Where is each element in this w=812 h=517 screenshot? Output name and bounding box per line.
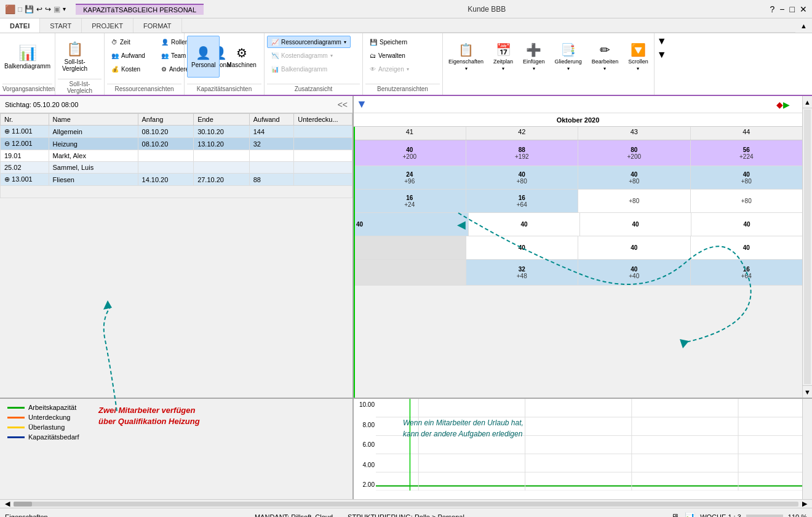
gantt-row-4: 40 ◀ 40 40 40 <box>354 213 802 236</box>
gantt-cell <box>354 236 466 259</box>
col-ende: Ende <box>194 114 250 126</box>
tab-start[interactable]: START <box>40 18 82 33</box>
app-icon-1: 🟫 <box>5 4 15 14</box>
filter1-icon[interactable]: ▼ <box>657 36 667 47</box>
tab-format[interactable]: FORMAT <box>133 18 182 33</box>
zeit-button[interactable]: ⏱ Zeit <box>107 36 149 48</box>
zeit-icon: ⏱ <box>111 39 117 46</box>
y-label: 8.00 <box>363 422 375 428</box>
y-label: 6.00 <box>363 441 375 448</box>
chart-scrollbar[interactable] <box>802 399 812 499</box>
verwalten-button[interactable]: 🗂 Verwalten <box>365 49 413 62</box>
cell-aufwand: 144 <box>249 126 293 138</box>
personal2-button[interactable]: 👤 Personal <box>187 36 220 78</box>
balkendiagramm-label: Balkendiagramm <box>4 63 50 70</box>
kostendiagramm-button[interactable]: 📉 Kostendiagramm ▾ <box>267 49 351 62</box>
woche-label: WOCHE 1 : 3 <box>700 513 741 518</box>
help-icon[interactable]: ? <box>770 4 775 14</box>
balkendiagramm-icon: 📊 <box>18 44 37 62</box>
horizontal-scrollbar[interactable]: ◀ ▶ <box>0 499 812 508</box>
app-icon-2: □ <box>18 5 22 14</box>
scroll-up-button[interactable]: ▲ <box>803 96 812 108</box>
einfuegen-button[interactable]: ➕ Einfügen ▾ <box>519 36 549 78</box>
left-panel: Stichtag: 05.10.20 08:00 << Nr. Name Anf… <box>0 96 354 398</box>
mandant-label: MANDANT: Rillsoft_Cloud <box>255 513 333 518</box>
gantt-cell: 40 <box>580 213 691 236</box>
app-icon-save[interactable]: 💾 <box>25 5 34 14</box>
window-controls[interactable]: ? − □ ✕ <box>770 4 807 14</box>
einfuegen-icon: ➕ <box>526 42 541 57</box>
minimize-button[interactable]: − <box>779 4 784 14</box>
tab-projekt[interactable]: PROJEKT <box>82 18 133 33</box>
maximize-button[interactable]: □ <box>790 4 795 14</box>
redo-icon[interactable]: ↪ <box>45 5 51 14</box>
bearbeiten-icon: ✏ <box>600 42 610 57</box>
ressourcendiagramm-button[interactable]: 📈 Ressourcendiagramm ▾ <box>267 36 351 48</box>
gantt-cell: 24 +96 <box>354 166 466 189</box>
maschinen-button[interactable]: ⚙ Maschinen <box>222 36 260 78</box>
gantt-cell: 16 +64 <box>691 260 803 285</box>
scroll-left-button[interactable]: ◀ <box>2 500 12 508</box>
table-row <box>1 186 352 198</box>
gliederung-button[interactable]: 📑 Gliederung ▾ <box>551 36 586 78</box>
zoom-label: 110 % <box>788 513 807 518</box>
anzeigen-button[interactable]: 👁 Anzeigen ▾ <box>365 63 413 75</box>
zusatzansicht-label: Zusatzansicht <box>267 84 360 92</box>
ribbon-section-kapazitaet: 👤 Personal ⚙ Maschinen Kapazitätsansicht… <box>185 33 265 95</box>
nav-triangle[interactable]: ▼ <box>356 98 367 111</box>
zoom-slider[interactable] <box>746 515 783 518</box>
app-icon-3: ▣ <box>54 5 60 14</box>
dropdown-icon[interactable]: ▾ <box>63 6 66 12</box>
cell-nr: ⊕ 11.001 <box>1 126 49 138</box>
scroll-right-button[interactable]: ▶ <box>800 500 810 508</box>
sollIst-button[interactable]: 📋 Soll-Ist-Vergleich <box>58 36 92 78</box>
gantt-row-1: 40 +200 88 +192 80 +200 56 +224 <box>354 140 802 166</box>
cell-nr: ⊕ 13.001 <box>1 174 49 186</box>
filter-icons: ▼ ▼ <box>655 33 669 95</box>
eigenschaften-icon: 📋 <box>458 42 474 57</box>
scroll-thumb[interactable] <box>804 110 811 384</box>
table-row: 25.02 Sammel, Luis <box>1 162 352 174</box>
scroll-handle-h[interactable] <box>14 502 32 507</box>
green-triangle: ▶ <box>783 100 790 110</box>
status-center: MANDANT: Rillsoft_Cloud STRUKTURIERUNG: … <box>255 513 464 518</box>
speichern-button[interactable]: 💾 Speichern <box>365 36 413 48</box>
filter2-icon[interactable]: ▼ <box>657 49 667 60</box>
scroll-thumb-h[interactable] <box>14 502 798 507</box>
ribbon-section-zusatz: 📈 Ressourcendiagramm ▾ 📉 Kostendiagramm … <box>265 33 363 95</box>
aufwand-label: Aufwand <box>121 52 145 59</box>
zeitplan-button[interactable]: 📅 Zeitplan ▾ <box>489 36 517 78</box>
kapazitat-tab[interactable]: KAPAZITäTSABGLEICH PERSONAL <box>76 4 204 15</box>
scrollbar-right[interactable]: ▲ ▼ <box>802 96 812 398</box>
legend-color-orange <box>7 417 25 419</box>
personal2-label: Personal <box>191 62 215 68</box>
gantt-row-2: 24 +96 40 +80 40 +80 40 +80 <box>354 166 802 190</box>
aufwand-icon: 👥 <box>111 52 119 59</box>
cell-nr: 19.01 <box>1 150 49 162</box>
balkendiagramm-button[interactable]: 📊 Balkendiagramm <box>2 36 52 78</box>
anzeigen-label: Anzeigen <box>378 66 404 73</box>
gantt-row-3: 16 +24 16 +64 +80 +80 <box>354 190 802 213</box>
gantt-row-5: 40 40 40 <box>354 236 802 260</box>
tab-datei[interactable]: DATEI <box>0 18 40 33</box>
scroll-down-button[interactable]: ▼ <box>803 385 812 398</box>
ribbon-collapse[interactable]: ▲ <box>795 18 812 33</box>
month-header: Oktober 2020 <box>354 113 802 127</box>
stichtag-nav-back[interactable]: << <box>338 100 348 110</box>
undo-icon[interactable]: ↩ <box>36 5 42 14</box>
cell-unterdeckung <box>294 174 352 186</box>
kosten-button[interactable]: 💰 Kosten <box>107 63 149 75</box>
gantt-cell: 16 +24 <box>354 190 466 212</box>
aufwand-button[interactable]: 👥 Aufwand <box>107 49 149 62</box>
eigenschaften-button[interactable]: 📋 Eigenschaften ▾ <box>444 36 488 78</box>
balkendiagramm2-button[interactable]: 📊 Balkendiagramm <box>267 63 351 75</box>
bearbeiten-button[interactable]: ✏ Bearbeiten ▾ <box>587 36 623 78</box>
gantt-cell: 40 <box>578 236 691 259</box>
close-button[interactable]: ✕ <box>800 4 807 14</box>
eigenschaften-status[interactable]: Eigenschaften <box>5 513 48 518</box>
week-43: 43 <box>578 127 691 140</box>
cell-unterdeckung <box>294 138 352 150</box>
scrollen-button[interactable]: 🔽 Scrollen ▾ <box>624 36 653 78</box>
team-icon: 👥 <box>161 52 169 59</box>
gantt-cell: 80 +200 <box>578 140 691 166</box>
